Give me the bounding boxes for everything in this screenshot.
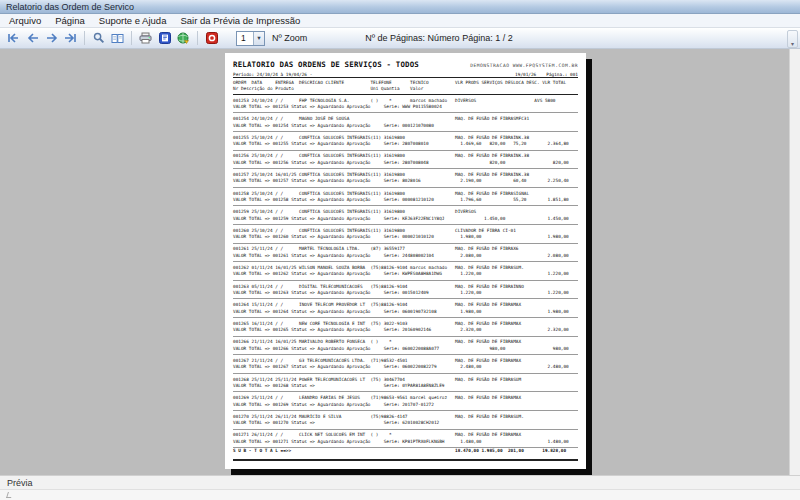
print-setup-button[interactable] [156,30,173,46]
export-web-button[interactable] [175,30,192,46]
window-title: Relatorio das Ordem de Servico [6,2,134,12]
open-book-icon [111,33,124,44]
close-preview-icon [206,32,218,44]
toolbar: 1 ▼ Nº Zoom Nº de Páginas: Número Página… [0,28,800,49]
report-column-headers: ORDEM DATA ENTREGA DESCRICAO CLIENTE TEL… [233,77,578,95]
printer-icon [139,32,152,44]
menu-item[interactable]: Página [48,14,92,27]
report-row: 001269 25/11/24 / / LEANDRO FARIAS DE JE… [233,392,578,411]
print-setup-icon [159,32,171,44]
print-button[interactable] [137,30,154,46]
zoom-select[interactable]: 1 ▼ [236,31,265,46]
close-preview-button[interactable] [203,30,220,46]
globe-icon [177,32,190,44]
report-page-number: Página.: 001 [546,72,578,77]
toolbar-overflow-button[interactable]: ▾ [787,30,798,48]
pages-label: Nº de Páginas: Número Página: 1 / 2 [365,33,512,43]
zoom-label: Nº Zoom [272,33,307,43]
report-row: 001260 25/10/24 / / CONFTICA SOLUCOES IN… [233,225,578,244]
report-row: 001255 25/10/24 / / CONFTICA SOLUCOES IN… [233,132,578,151]
resize-grip [6,492,13,498]
zoom-button[interactable] [90,30,107,46]
report-row: 001266 21/11/24 16/01/25 MARIVALDO ROBER… [233,337,578,356]
menu-item[interactable]: Arquivo [2,14,48,27]
report-row: 001261 25/11/24 / / MARTEL TECNOLOGIA LT… [233,244,578,263]
bottom-strip [0,489,800,500]
zoom-select-value: 1 [237,33,253,43]
report-title: RELATORIO DAS ORDENS DE SERVIÇOS - TODOS [233,60,419,69]
status-text: Prévia [7,478,33,488]
report-row: 001271 26/11/24 / / CLICK NET SOLUCOES E… [233,430,578,449]
report-row: 001265 16/11/24 / / NEW CORE TECNOLOGIA … [233,318,578,337]
preview-area: RELATORIO DAS ORDENS DE SERVIÇOS - TODOS… [0,49,800,475]
toolbar-separator [131,31,132,45]
report-row: 001267 21/11/24 / / G3 TELECOMUNICACOES … [233,355,578,374]
report-row: 001263 05/11/24 / / DIGITAL TELECOMUNICA… [233,281,578,300]
app-window: Relatorio das Ordem de Servico ArquivoPá… [0,0,800,500]
report-rows: 001253 24/10/24 / / FHP TECNOLOGIA S.A. … [233,95,578,448]
report-row: 001268 25/11/24 25/11/24 POWER TELECOMUN… [233,374,578,393]
nav-next-button[interactable] [43,30,60,46]
report-row: 001258 25/10/24 / / CONFTICA SOLUCOES IN… [233,188,578,207]
status-bar: Prévia [0,475,800,489]
nav-last-button[interactable] [62,30,79,46]
report-row: 001254 24/10/24 / / MAGNO JOSÉ DE SOUSA … [233,113,578,132]
report-row: 001256 25/10/24 / / CONFTICA SOLUCOES IN… [233,151,578,170]
report-row: 001257 25/10/24 16/01/25 CONFTICA SOLUCO… [233,169,578,188]
nav-next-icon [46,33,58,43]
vertical-scrollbar[interactable] [789,49,800,475]
report-demo-watermark: DEMONSTRACAO WWW.FPQSYSTEM.COM.BR [470,63,578,68]
menu-item[interactable]: Sair da Prévia de Impressão [173,14,307,27]
nav-prev-icon [27,33,39,43]
toolbar-separator [84,31,85,45]
nav-first-button[interactable] [5,30,22,46]
menu-item[interactable]: Suporte e Ajuda [92,14,174,27]
nav-last-icon [64,33,77,43]
report-row: 001270 25/11/24 26/11/24 MAURICIO E SILV… [233,411,578,430]
report-subtotal: S U B - T O T A L ==>> 18.470,00 1.985,0… [233,448,578,460]
two-pages-button[interactable] [109,30,126,46]
nav-prev-button[interactable] [24,30,41,46]
report-date: 19/01/26 [515,72,536,77]
title-bar: Relatorio das Ordem de Servico [0,0,800,14]
report-period: Período: 24/10/24 à 19/04/26 - [233,72,312,77]
magnifier-icon [93,32,105,44]
report-row: 001262 01/11/24 16/01/25 WILSON MANOEL S… [233,262,578,281]
nav-first-icon [7,33,20,43]
report-row: 001259 25/10/24 / / CONFTICA SOLUCOES IN… [233,206,578,225]
report-row: 001264 15/11/24 / / INOVE TELECOM PROVED… [233,299,578,318]
toolbar-separator [197,31,198,45]
menu-bar: ArquivoPáginaSuporte e AjudaSair da Prév… [0,14,800,28]
report-row: 001253 24/10/24 / / FHP TECNOLOGIA S.A. … [233,95,578,114]
report-page: RELATORIO DAS ORDENS DE SERVIÇOS - TODOS… [225,53,586,469]
chevron-down-icon: ▼ [253,32,264,45]
